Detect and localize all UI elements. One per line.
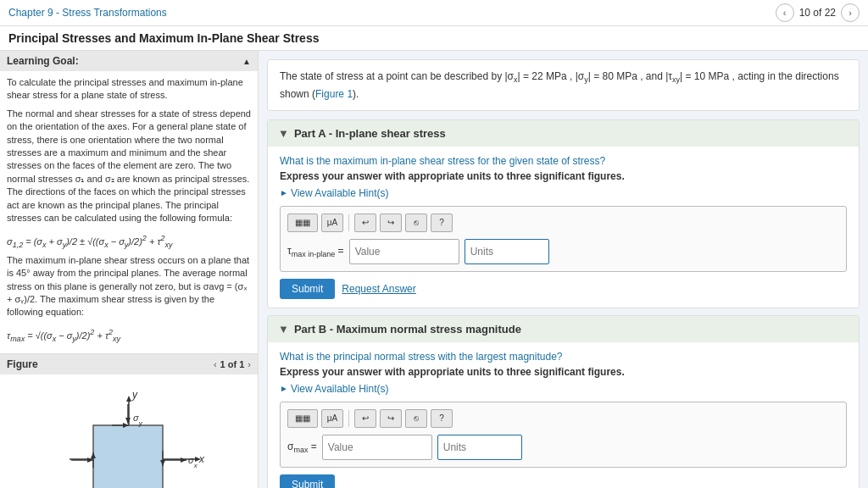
page-info: 10 of 22: [799, 7, 836, 19]
part-a-undo-button[interactable]: ↩: [354, 214, 376, 232]
problem-text: The state of stress at a point can be de…: [280, 70, 839, 100]
part-a-input-label: τmax in-plane =: [287, 245, 344, 258]
chapter-link[interactable]: Chapter 9 - Stress Transformations: [8, 7, 167, 19]
svg-marker-8: [125, 418, 131, 424]
figure-label: Figure: [7, 358, 38, 370]
part-b-content: What is the principal normal stress with…: [268, 342, 859, 488]
part-a-grid-button[interactable]: ▦▦: [287, 214, 318, 232]
part-a-answer-box: ▦▦ μA ↩ ↪ ⎋ ? τmax in-plane =: [280, 206, 847, 272]
svg-text:σy: σy: [133, 413, 143, 427]
learning-goal-body2: The maximum in-plane shear stress occurs…: [7, 254, 251, 319]
part-a-units-input[interactable]: [465, 239, 549, 264]
nav-controls: ‹ 10 of 22 ›: [776, 3, 860, 22]
part-a-content: What is the maximum in-plane shear stres…: [268, 147, 859, 308]
part-b-mu-button[interactable]: μA: [321, 409, 343, 428]
part-a-redo-button[interactable]: ↪: [380, 214, 402, 232]
figure-nav: ‹ 1 of 1 ›: [214, 359, 251, 369]
part-b-title: Part B - Maximum normal stress magnitude: [294, 323, 521, 336]
prev-page-button[interactable]: ‹: [776, 3, 794, 22]
part-a-request-link[interactable]: Request Answer: [342, 283, 415, 295]
svg-text:x: x: [198, 453, 205, 465]
next-page-button[interactable]: ›: [841, 3, 860, 22]
figure-prev-button[interactable]: ‹: [214, 359, 217, 369]
figure-page-info: 1 of 1: [220, 359, 245, 369]
part-b-toolbar: ▦▦ μA ↩ ↪ ⎋ ?: [287, 409, 839, 428]
part-a-help-button[interactable]: ?: [431, 214, 453, 232]
part-b-question: What is the principal normal stress with…: [280, 351, 847, 363]
figure-header: Figure ‹ 1 of 1 ›: [0, 354, 258, 374]
part-b-collapse-arrow[interactable]: ▼: [278, 323, 289, 336]
toolbar-b-separator: [348, 410, 349, 427]
part-b-answer-box: ▦▦ μA ↩ ↪ ⎋ ? σmax =: [280, 402, 847, 468]
learning-goal-text: To calculate the principal stresses and …: [7, 76, 251, 103]
right-panel: The state of stress at a point can be de…: [259, 51, 868, 488]
toolbar-separator: [348, 214, 349, 231]
part-b-input-label: σmax =: [287, 441, 317, 454]
part-b-redo-button[interactable]: ↪: [380, 409, 402, 428]
part-b-input-row: σmax =: [287, 435, 839, 460]
svg-marker-13: [181, 458, 186, 463]
part-a-hint-link[interactable]: ► View Available Hint(s): [280, 187, 847, 199]
figure1-link[interactable]: Figure 1: [315, 88, 353, 100]
learning-goal-content: To calculate the principal stresses and …: [0, 71, 258, 353]
formula2-block: τmax = √((σx − σy)/2)2 + τ2xy: [7, 324, 251, 348]
figure-content: y x σy: [0, 374, 258, 488]
part-b-help-button[interactable]: ?: [431, 409, 453, 428]
learning-goal-body: The normal and shear stresses for a stat…: [7, 108, 251, 225]
hint-a-label: View Available Hint(s): [291, 187, 389, 199]
learning-goal-title: Learning Goal:: [7, 55, 79, 67]
part-a-section: ▼ Part A - In-plane shear stress What is…: [267, 119, 860, 308]
part-b-keyboard-button[interactable]: ⎋: [405, 409, 427, 428]
formula1-text: σ1,2 = (σx + σy)/2 ± √((σx − σy)/2)2 + τ…: [7, 236, 173, 247]
part-b-grid-button[interactable]: ▦▦: [287, 409, 318, 428]
part-a-input-row: τmax in-plane =: [287, 239, 839, 264]
part-a-toolbar: ▦▦ μA ↩ ↪ ⎋ ?: [287, 214, 839, 232]
part-b-value-input[interactable]: [322, 435, 432, 460]
part-a-submit-button[interactable]: Submit: [280, 279, 335, 299]
problem-statement: The state of stress at a point can be de…: [267, 59, 860, 111]
left-panel: Learning Goal: ▲ To calculate the princi…: [0, 51, 259, 488]
part-a-collapse-arrow[interactable]: ▼: [278, 127, 289, 140]
part-a-keyboard-button[interactable]: ⎋: [405, 214, 427, 232]
part-a-question: What is the maximum in-plane shear stres…: [280, 155, 847, 167]
part-a-mu-button[interactable]: μA: [321, 214, 343, 232]
part-b-btn-row: Submit: [280, 474, 847, 488]
part-a-value-input[interactable]: [349, 239, 459, 264]
figure-panel: Figure ‹ 1 of 1 › y: [0, 353, 258, 488]
part-a-header: ▼ Part A - In-plane shear stress: [268, 120, 859, 147]
learning-goal-header: Learning Goal: ▲: [0, 51, 258, 71]
part-b-section: ▼ Part B - Maximum normal stress magnitu…: [267, 315, 860, 488]
stress-figure: y x σy: [44, 383, 214, 488]
figure-next-button[interactable]: ›: [248, 359, 251, 369]
part-b-units-input[interactable]: [437, 435, 522, 460]
part-b-undo-button[interactable]: ↩: [354, 409, 376, 428]
hint-b-arrow: ►: [280, 384, 288, 393]
formula1-block: σ1,2 = (σx + σy)/2 ± √((σx − σy)/2)2 + τ…: [7, 230, 251, 253]
formula2-text: τmax = √((σx − σy)/2)2 + τ2xy: [7, 330, 120, 341]
svg-text:y: y: [131, 389, 138, 401]
part-a-title: Part A - In-plane shear stress: [294, 127, 446, 140]
part-b-hint-link[interactable]: ► View Available Hint(s): [280, 383, 847, 395]
hint-a-arrow: ►: [280, 188, 288, 197]
part-b-submit-button[interactable]: Submit: [280, 474, 335, 488]
svg-rect-6: [93, 425, 163, 488]
part-a-btn-row: Submit Request Answer: [280, 279, 847, 299]
part-b-instruction: Express your answer with appropriate uni…: [280, 366, 847, 378]
svg-text:σx: σx: [188, 455, 198, 469]
main-layout: Learning Goal: ▲ To calculate the princi…: [0, 51, 868, 488]
part-b-header: ▼ Part B - Maximum normal stress magnitu…: [268, 316, 859, 342]
svg-marker-2: [126, 396, 131, 402]
top-bar: Chapter 9 - Stress Transformations ‹ 10 …: [0, 0, 868, 26]
scroll-up-arrow[interactable]: ▲: [242, 57, 251, 66]
page-title: Principal Stresses and Maximum In-Plane …: [0, 26, 868, 51]
part-a-instruction: Express your answer with appropriate uni…: [280, 170, 847, 182]
hint-b-label: View Available Hint(s): [291, 383, 389, 395]
